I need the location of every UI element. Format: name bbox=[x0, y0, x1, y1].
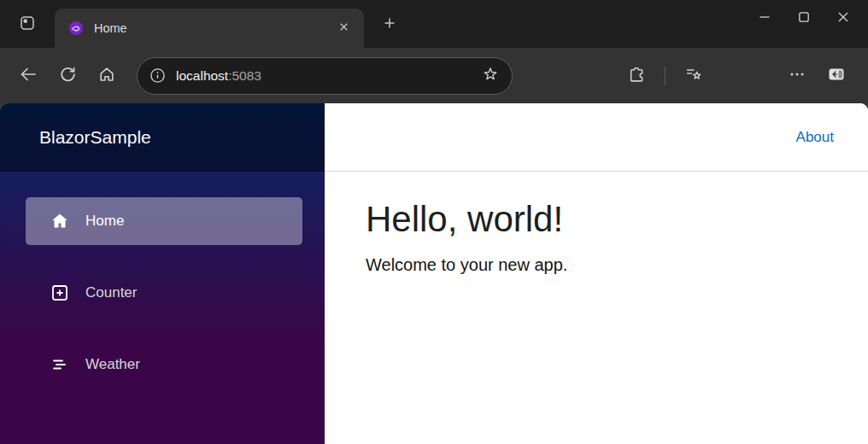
tab-close-button[interactable] bbox=[331, 16, 355, 40]
tab-strip: Home bbox=[0, 0, 868, 48]
favorite-this-page-button[interactable] bbox=[476, 61, 505, 91]
sidebar-item-home[interactable]: Home bbox=[26, 197, 302, 245]
sidebar-panel-icon bbox=[827, 65, 846, 86]
favorites-button[interactable] bbox=[677, 59, 711, 93]
list-icon bbox=[50, 354, 70, 375]
close-icon bbox=[337, 20, 350, 36]
maximize-icon bbox=[798, 11, 810, 26]
new-tab-button[interactable] bbox=[372, 7, 407, 41]
page-title: Hello, world! bbox=[366, 199, 847, 240]
refresh-button[interactable] bbox=[50, 59, 85, 93]
sidebar-item-label: Weather bbox=[85, 356, 140, 373]
settings-more-button[interactable] bbox=[780, 59, 814, 93]
star-icon bbox=[482, 66, 499, 85]
sidebar-item-counter[interactable]: Counter bbox=[26, 269, 302, 317]
main-top-row: About bbox=[325, 103, 868, 172]
tab-actions-icon bbox=[19, 15, 36, 34]
nav-menu: Home Counter Weather bbox=[0, 172, 325, 412]
house-icon bbox=[50, 211, 70, 231]
minimize-icon bbox=[759, 11, 771, 26]
url-text: localhost:5083 bbox=[176, 68, 476, 84]
back-arrow-icon bbox=[19, 65, 38, 86]
url-host: localhost bbox=[176, 68, 228, 83]
main-area: About Hello, world! Welcome to your new … bbox=[325, 103, 868, 444]
window-controls bbox=[745, 0, 863, 36]
refresh-icon bbox=[59, 66, 76, 85]
close-icon bbox=[837, 11, 849, 26]
about-link[interactable]: About bbox=[796, 129, 834, 146]
maximize-button[interactable] bbox=[784, 0, 824, 36]
ellipsis-icon bbox=[789, 67, 805, 85]
sidebar-toggle-button[interactable] bbox=[819, 59, 853, 93]
sidebar-item-label: Counter bbox=[85, 284, 137, 301]
tab-title: Home bbox=[94, 21, 331, 35]
page-wrap: BlazorSample Home Counter bbox=[0, 103, 868, 444]
plus-icon bbox=[382, 15, 397, 33]
browser-tab-home[interactable]: Home bbox=[55, 9, 364, 48]
address-bar[interactable]: localhost:5083 bbox=[137, 57, 513, 95]
tab-actions-button[interactable] bbox=[10, 7, 44, 41]
sidebar-item-label: Home bbox=[85, 213, 124, 230]
extensions-icon bbox=[628, 66, 646, 86]
page-content: BlazorSample Home Counter bbox=[0, 103, 868, 444]
favorites-star-list-icon bbox=[685, 66, 703, 86]
minimize-button[interactable] bbox=[745, 0, 784, 36]
browser-window: Home bbox=[0, 0, 868, 444]
home-icon bbox=[98, 66, 115, 85]
back-button[interactable] bbox=[11, 59, 45, 93]
toolbar-divider bbox=[665, 67, 666, 85]
home-button[interactable] bbox=[90, 59, 124, 93]
site-info-icon[interactable] bbox=[150, 67, 166, 84]
plus-square-icon bbox=[50, 283, 70, 303]
close-window-button[interactable] bbox=[824, 0, 863, 36]
article-content: Hello, world! Welcome to your new app. bbox=[325, 172, 868, 275]
browser-toolbar: localhost:5083 bbox=[0, 48, 868, 103]
blazor-favicon-icon bbox=[68, 20, 84, 36]
url-port: :5083 bbox=[228, 68, 261, 83]
page-subtitle: Welcome to your new app. bbox=[366, 255, 847, 275]
sidebar-item-weather[interactable]: Weather bbox=[26, 341, 302, 388]
app-brand: BlazorSample bbox=[39, 127, 151, 148]
brand-row: BlazorSample bbox=[0, 103, 325, 172]
extensions-button[interactable] bbox=[619, 59, 654, 93]
app-sidebar: BlazorSample Home Counter bbox=[0, 103, 325, 444]
